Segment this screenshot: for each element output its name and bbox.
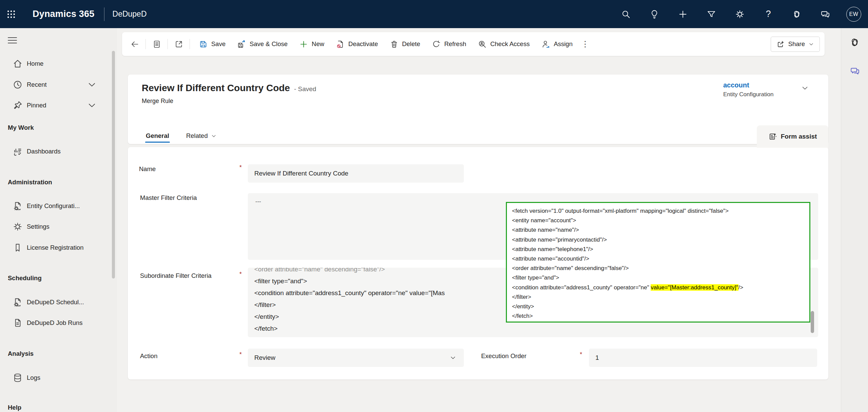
help-button[interactable]: ? — [754, 0, 783, 28]
avatar: EW — [846, 7, 861, 22]
form-tabs: General Related — [142, 128, 221, 144]
back-button[interactable] — [127, 37, 142, 52]
home-icon — [13, 59, 23, 69]
sidebar-item-settings[interactable]: Settings — [0, 219, 112, 234]
save-close-button[interactable]: Save & Close — [232, 37, 293, 52]
chevron-down-icon — [450, 354, 456, 361]
chat-bubbles-icon — [850, 66, 860, 76]
teams-chat-pane-button[interactable] — [841, 61, 868, 81]
popup-xml-line: <fetch version="1.0" output-format="xml-… — [512, 206, 804, 216]
sidebar-item-home[interactable]: Home — [0, 56, 112, 71]
tab-general[interactable]: General — [142, 128, 173, 144]
sidebar-section-scheduling: Scheduling — [8, 274, 42, 282]
back-arrow-icon — [130, 40, 139, 49]
main-content-area: SaveSave & CloseNewDeactivateDeleteRefre… — [117, 28, 841, 412]
account-menu-button[interactable]: EW — [840, 0, 868, 28]
search-button[interactable] — [612, 0, 640, 28]
popout-icon — [174, 40, 183, 49]
plus-icon — [299, 40, 308, 49]
app-launcher-button[interactable] — [0, 0, 22, 28]
sidebar-item-dashboards[interactable]: Dashboards — [0, 144, 112, 159]
header-expand-chevron-icon[interactable] — [801, 84, 809, 92]
deactivate-button[interactable]: Deactivate — [331, 37, 383, 52]
form-assist-button[interactable]: Form assist — [757, 125, 828, 148]
plus-icon — [678, 9, 688, 19]
save-icon — [199, 40, 208, 49]
popup-xml-line: </fetch> — [512, 311, 804, 321]
document-icon — [13, 318, 23, 328]
required-marker: * — [580, 351, 582, 358]
filter-button[interactable] — [697, 0, 726, 28]
gear-icon — [13, 222, 23, 232]
check-access-button[interactable]: Check Access — [473, 37, 535, 52]
help-icon: ? — [766, 9, 771, 19]
form-assist-icon — [768, 132, 777, 141]
delete-button[interactable]: Delete — [384, 37, 425, 52]
copilot-pane-button[interactable] — [841, 32, 868, 53]
insights-button[interactable] — [640, 0, 669, 28]
share-button[interactable]: Share — [771, 37, 820, 52]
filter-icon — [706, 9, 716, 19]
execution-order-input[interactable]: 1 — [589, 349, 817, 367]
popup-xml-line: <attribute name="accountid"/> — [512, 254, 804, 264]
lightbulb-icon — [649, 9, 659, 19]
sidebar-item-recent[interactable]: Recent — [0, 77, 112, 92]
assign-button[interactable]: Assign — [536, 37, 578, 52]
settings-button[interactable] — [726, 0, 754, 28]
sidebar-item-pinned[interactable]: Pinned — [0, 98, 112, 113]
lookup-value-link[interactable]: account — [723, 81, 773, 89]
record-header-card: Review If Different Country Code - Saved… — [128, 75, 828, 144]
document-gear-icon — [13, 201, 23, 211]
master-filter-criteria-label: Master Filter Criteria — [140, 194, 197, 202]
sidebar-section-my-work: My Work — [8, 124, 34, 131]
popup-xml-line: <condition attribute="address1_county" o… — [512, 283, 804, 292]
show-list-button[interactable] — [149, 37, 164, 52]
name-input[interactable]: Review If Different Country Code — [248, 164, 464, 183]
quick-create-button[interactable] — [669, 0, 697, 28]
share-icon — [776, 40, 785, 48]
entity-configuration-lookup[interactable]: account Entity Configuration — [723, 81, 773, 98]
refresh-button[interactable]: Refresh — [427, 37, 471, 52]
copilot-button[interactable] — [783, 0, 811, 28]
check-access-icon — [478, 40, 487, 49]
sidebar-item-license-registration[interactable]: License Registration — [0, 240, 112, 255]
popup-xml-line: <attribute name="primarycontactid"/> — [512, 235, 804, 245]
more-icon: ⋮ — [581, 39, 589, 49]
collapse-sidebar-button[interactable] — [8, 37, 20, 46]
popup-xml-line: <order attribute="name" descending="fals… — [512, 264, 804, 273]
pin-icon — [13, 100, 23, 110]
required-marker: * — [239, 351, 242, 358]
sidebar-scrollbar[interactable] — [112, 51, 115, 279]
required-marker: * — [239, 164, 242, 171]
brand-title[interactable]: Dynamics 365 — [33, 9, 95, 19]
sidebar-item-logs[interactable]: Logs — [0, 370, 112, 385]
sidebar-item-entity-configuration[interactable]: Entity Configurati... — [0, 199, 112, 213]
popup-xml-line: <filter type="and"> — [512, 273, 804, 283]
subordinate-filter-criteria-label: Subordinate Filter Criteria — [140, 272, 212, 280]
site-map-sidebar: HomeRecentPinnedMy WorkDashboardsAdminis… — [0, 28, 117, 412]
lookup-field-label: Entity Configuration — [723, 91, 773, 98]
list-view-icon — [152, 40, 161, 49]
sidebar-item-deduped-job-runs[interactable]: DeDupeD Job Runs — [0, 315, 112, 330]
action-select[interactable]: Review — [248, 349, 464, 367]
command-separator — [145, 39, 146, 49]
app-name[interactable]: DeDupeD — [113, 9, 147, 19]
new-button[interactable]: New — [294, 37, 329, 52]
chevron-down-icon[interactable] — [87, 80, 97, 90]
open-in-new-window-button[interactable] — [171, 37, 186, 52]
more-commands-button[interactable]: ⋮ — [578, 37, 592, 52]
sidebar-item-deduped-schedules[interactable]: DeDupeD Schedul... — [0, 295, 112, 310]
command-separator — [190, 39, 190, 49]
chevron-down-icon[interactable] — [87, 100, 97, 110]
save-button[interactable]: Save — [194, 37, 231, 52]
popup-xml-line: </entity> — [512, 302, 804, 311]
feedback-chat-icon — [820, 9, 830, 19]
bookmark-icon — [13, 243, 23, 253]
copilot-icon — [849, 37, 861, 48]
command-separator — [167, 39, 168, 49]
save-status: - Saved — [294, 85, 316, 93]
refresh-icon — [432, 40, 441, 49]
tab-related[interactable]: Related — [182, 128, 221, 144]
textarea-scrollbar[interactable] — [811, 311, 814, 333]
feedback-button[interactable] — [811, 0, 840, 28]
